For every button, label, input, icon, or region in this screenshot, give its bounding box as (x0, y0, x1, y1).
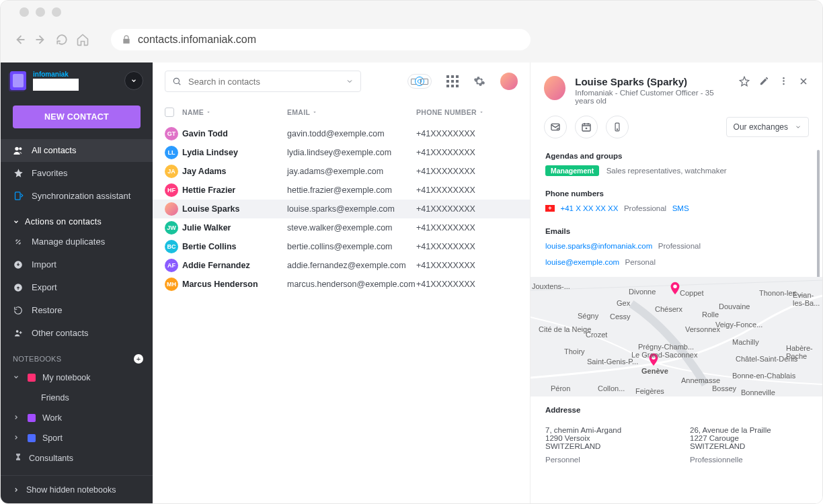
map-city: Habère-Poche (786, 344, 822, 360)
notebook-consultants[interactable]: Consultants (1, 448, 153, 468)
edit-icon[interactable] (759, 76, 769, 86)
calendar-action-icon[interactable] (575, 116, 598, 138)
exchanges-dropdown[interactable]: Our exchanges (726, 117, 809, 137)
sidebar-item-sync[interactable]: Synchronization assistant (1, 185, 153, 208)
reload-icon[interactable] (56, 34, 68, 46)
scrollbar[interactable] (817, 150, 820, 284)
col-email[interactable]: EMAIL (287, 108, 416, 116)
search-field[interactable] (188, 77, 339, 87)
select-all-checkbox[interactable] (165, 108, 174, 117)
sidebar: infomaniak Contacts NEW CONTACT All cont… (1, 62, 153, 503)
sort-icon (479, 110, 484, 115)
table-row[interactable]: JWJulie Walkersteve.walker@exemple.com+4… (153, 218, 530, 237)
table-row[interactable]: LLLydia Lindseylydia.lindsey@exemple.com… (153, 143, 530, 162)
sidebar-item-label: Restore (32, 305, 63, 315)
table-row[interactable]: JAJay Adamsjay.adams@exemple.com+41XXXXX… (153, 162, 530, 181)
gear-icon[interactable] (473, 75, 485, 87)
sidebar-item-export[interactable]: Export (1, 276, 153, 299)
email-type: Professional (658, 242, 701, 250)
svg-point-7 (783, 77, 785, 79)
notebook-work[interactable]: Work (1, 408, 153, 428)
email-link[interactable]: louise.sparks@infomaniak.com (545, 242, 652, 250)
contact-name-cell: Addie Fernandez (182, 261, 287, 270)
contact-detail-panel: Louise Sparks (Sparky) Infomaniak - Chie… (531, 62, 822, 503)
svg-rect-2 (15, 192, 20, 200)
section-actions-header[interactable]: Actions on contacts (1, 208, 153, 230)
duplicates-icon (13, 237, 24, 247)
sidebar-item-restore[interactable]: Restore (1, 299, 153, 322)
emails-heading: Emails (545, 227, 808, 235)
more-icon[interactable] (779, 76, 789, 86)
notebook-color (28, 374, 36, 382)
phone-action-icon[interactable] (606, 116, 629, 138)
group-tag[interactable]: Management (545, 165, 599, 176)
traffic-min[interactable] (36, 7, 45, 17)
notebook-sport[interactable]: Sport (1, 428, 153, 448)
notebook-label: Sport (42, 433, 63, 443)
email-action-icon[interactable] (544, 116, 567, 138)
chevron-down-icon[interactable] (346, 77, 354, 85)
avatar-initials: GT (165, 127, 178, 140)
close-icon[interactable] (798, 76, 809, 87)
map-city: Jouxtens-... (532, 282, 570, 290)
sidebar-item-all-contacts[interactable]: All contacts (1, 139, 153, 162)
add-notebook-button[interactable]: + (134, 354, 143, 364)
restore-icon (13, 306, 24, 315)
traffic-close[interactable] (19, 7, 29, 17)
map-city: Thoiry (564, 347, 585, 355)
sms-link[interactable]: SMS (672, 204, 689, 212)
svg-rect-12 (582, 124, 590, 131)
contact-name-cell: Marcus Henderson (182, 280, 287, 289)
avatar-initials: JW (165, 221, 178, 235)
map-city: Divonne (629, 288, 656, 296)
address-bar[interactable]: contacts.infomaniak.com (111, 29, 531, 50)
phone-link[interactable]: +41 X XX XX XX (560, 204, 618, 212)
contact-phone-cell: +41XXXXXXXX (416, 223, 497, 233)
back-icon[interactable] (13, 33, 26, 46)
contact-email-cell: gavin.todd@exemple.com (287, 129, 416, 138)
col-phone[interactable]: PHONE NUMBER (416, 108, 497, 116)
flag-ch-icon (545, 205, 555, 212)
contact-email-cell: louise.sparks@exemple.com (287, 204, 416, 214)
table-row[interactable]: AFAddie Fernandezaddie.fernandez@exemple… (153, 256, 530, 275)
sidebar-item-favorites[interactable]: Favorites (1, 162, 153, 185)
show-hidden-notebooks[interactable]: Show hidden notebooks (1, 475, 153, 503)
star-icon[interactable] (739, 76, 750, 87)
phones-heading: Phone numbers (545, 190, 808, 198)
table-header: NAME EMAIL PHONE NUMBER (153, 100, 530, 124)
sidebar-item-label: Export (32, 282, 57, 292)
svg-point-8 (783, 80, 785, 82)
sidebar-item-import[interactable]: Import (1, 253, 153, 276)
apps-grid-icon[interactable] (446, 75, 459, 87)
device-sync-button[interactable] (407, 74, 432, 89)
search-input[interactable] (165, 71, 361, 92)
sidebar-item-other-contacts[interactable]: Other contacts (1, 322, 153, 345)
sort-icon (312, 110, 317, 115)
sidebar-item-manage-duplicates[interactable]: Manage duplicates (1, 230, 153, 253)
svg-point-9 (783, 83, 785, 85)
table-row[interactable]: BCBertie Collinsbertie.collins@exemple.c… (153, 237, 530, 256)
new-contact-button[interactable]: NEW CONTACT (13, 106, 141, 128)
forward-icon[interactable] (34, 33, 48, 46)
home-icon[interactable] (76, 33, 89, 46)
sort-icon (206, 110, 211, 115)
table-row[interactable]: HFHettie Frazierhettie.frazier@exemple.c… (153, 181, 530, 200)
traffic-max[interactable] (52, 7, 61, 17)
map-city: Cessy (610, 312, 631, 321)
agendas-heading: Agendas and groups (545, 152, 808, 160)
email-link[interactable]: louise@exemple.com (545, 258, 619, 266)
address-professional: 26, Avenue de la Praille 1227 Carouge SW… (690, 426, 808, 464)
table-row[interactable]: Louise Sparkslouise.sparks@exemple.com+4… (153, 200, 530, 218)
brand-dropdown[interactable] (124, 71, 143, 90)
contact-name-cell: Julie Walker (182, 223, 287, 233)
user-avatar[interactable] (500, 73, 518, 90)
notebook-friends[interactable]: Friends (1, 388, 153, 408)
table-row[interactable]: MHMarcus Hendersonmarcus.henderson@exemp… (153, 275, 530, 294)
notebook-my[interactable]: My notebook (1, 368, 153, 388)
sidebar-item-label: Manage duplicates (32, 237, 105, 247)
address-map[interactable]: Genève Coppet Gex Cessy Ségny Thoiry Cro… (531, 277, 822, 396)
app-logo (10, 71, 26, 90)
table-row[interactable]: GTGavin Toddgavin.todd@exemple.com+41XXX… (153, 124, 530, 143)
col-name[interactable]: NAME (182, 108, 287, 116)
contact-phone-cell: +41XXXXXXXX (416, 129, 497, 138)
